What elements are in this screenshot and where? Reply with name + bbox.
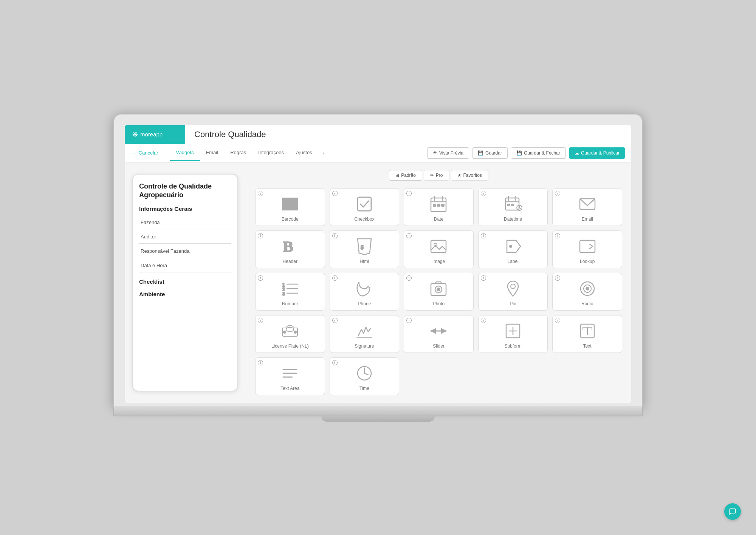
svg-rect-1 [284,198,285,210]
subform-icon [504,322,522,340]
checkbox-icon [355,195,373,213]
svg-rect-14 [433,204,436,206]
photo-label: Photo [433,301,445,306]
form-field-fazenda[interactable]: Fazenda [139,216,231,229]
svg-text:5: 5 [361,244,364,250]
widget-signature[interactable]: i Signature [330,315,400,353]
form-preview-panel: Controle de Qualidade Agropecuário Infor… [125,162,246,403]
filter-pro-label: Pro [436,173,443,178]
pin-label: Pin [510,301,516,306]
widgets-grid: i Barcode i [255,188,622,395]
widget-date[interactable]: i Date [404,188,474,226]
save-label: Guardar [485,150,502,156]
form-field-data[interactable]: Data e Hora [139,259,231,272]
widget-subform[interactable]: i Subform [478,315,548,353]
form-field-responsavel[interactable]: Responsável Fazenda [139,244,231,258]
widget-label[interactable]: i Label [478,230,548,268]
label-icon [504,237,522,256]
info-dot: i [406,275,412,281]
photo-icon [429,279,448,298]
info-dot: i [555,275,560,281]
svg-rect-15 [437,204,440,206]
form-field-auditor[interactable]: Auditor [139,230,231,244]
save-button[interactable]: 💾 Guardar [472,147,508,159]
info-dot: i [332,191,338,196]
info-dot: i [332,233,338,238]
widget-time[interactable]: i Time [330,357,400,395]
info-dot: i [332,360,338,365]
widget-radio[interactable]: i Radio [552,273,622,311]
tab-email[interactable]: Email [200,145,225,161]
preview-label: Vista Prévia [439,150,463,156]
widget-checkbox[interactable]: i Checkbox [330,188,400,226]
widget-text[interactable]: i Text [552,315,622,353]
html-icon: 5 [355,237,373,256]
mobile-mockup: Controle de Qualidade Agropecuário Infor… [132,174,238,391]
license-plate-icon [281,322,299,340]
widget-number[interactable]: i 123 Number [255,273,325,311]
logo-text: moreapp [140,131,163,138]
info-dot: i [258,360,263,365]
preview-button[interactable]: 👁 Vista Prévia [427,147,469,159]
filter-pro[interactable]: ✏ Pro [424,170,449,181]
html-label: Html [360,259,369,264]
page-title: Controle Qualidade [194,130,266,139]
widget-email[interactable]: i Email [552,188,622,226]
form-main-title: Controle de Qualidade Agropecuário [139,182,231,200]
header-icon: B [281,237,299,256]
text-area-label: Text Area [280,386,299,391]
tab-widgets[interactable]: Widgets [170,145,200,161]
chat-fab-button[interactable] [724,503,741,520]
filter-padrao[interactable]: ⊞ Padrão [389,170,422,181]
info-dot: i [406,191,412,196]
svg-rect-16 [442,204,444,206]
header-title-area: Controle Qualidade [185,125,631,144]
svg-point-46 [586,287,589,290]
cancel-button[interactable]: ← Cancelar [125,144,166,162]
tab-regras[interactable]: Regras [224,145,252,161]
widget-text-area[interactable]: i Text Area [255,357,325,395]
pencil-icon: ✏ [430,173,434,178]
svg-line-25 [519,208,521,209]
tab-ajustes[interactable]: Ajustes [290,145,318,161]
tab-integracoes[interactable]: Integrações [252,145,290,161]
info-dot: i [555,318,560,323]
subform-label: Subform [504,343,521,349]
publish-label: Guardar & Publicar [581,150,620,156]
date-icon [429,195,448,213]
widget-slider[interactable]: i Slider [404,315,474,353]
svg-rect-21 [507,204,510,206]
time-label: Time [359,386,369,391]
slider-icon [429,322,448,340]
nav-tabs: Widgets Email Regras Integrações Ajustes… [166,144,421,162]
widget-header[interactable]: i B Header [255,230,325,268]
date-label: Date [434,216,443,222]
email-label: Email [582,216,593,222]
publish-button[interactable]: ☁ Guardar & Publicar [569,147,625,159]
widget-photo[interactable]: i Photo [404,273,474,311]
widget-lookup[interactable]: i Lookup [552,230,622,268]
svg-text:3: 3 [282,291,285,297]
logo-area: ❋ moreapp [125,125,185,144]
widget-datetime[interactable]: i Datetime [478,188,548,226]
save-close-button[interactable]: 💾 Guardar & Fechar [511,147,566,159]
widget-phone[interactable]: i Phone [330,273,400,311]
widget-html[interactable]: i 5 Html [330,230,400,268]
signature-icon [355,322,373,340]
barcode-label: Barcode [282,216,299,222]
svg-rect-3 [288,198,289,210]
barcode-icon [281,195,299,213]
filter-favoritos[interactable]: ★ Favoritos [451,170,488,181]
svg-text:B: B [283,238,293,255]
radio-icon [578,279,596,298]
svg-marker-28 [358,239,371,255]
widget-image[interactable]: i Image [404,230,474,268]
svg-rect-0 [282,198,284,210]
widget-pin[interactable]: i Pin [478,273,548,311]
collapse-nav-button[interactable]: ‹ [318,146,329,160]
header-label: Header [283,259,297,264]
info-dot: i [555,233,560,238]
image-icon [429,237,448,256]
widget-barcode[interactable]: i Barcode [255,188,325,226]
widget-license-plate[interactable]: i License Plate (NL) [255,315,325,353]
